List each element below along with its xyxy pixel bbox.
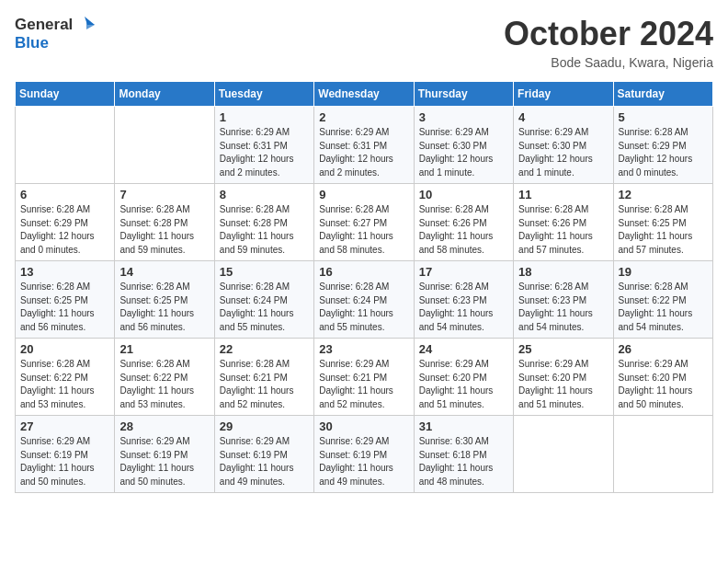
day-info: Sunrise: 6:28 AM Sunset: 6:22 PM Dayligh… [20,358,109,411]
calendar-week-3: 13Sunrise: 6:28 AM Sunset: 6:25 PM Dayli… [16,261,713,339]
calendar-cell: 17Sunrise: 6:28 AM Sunset: 6:23 PM Dayli… [414,261,513,339]
calendar-week-2: 6Sunrise: 6:28 AM Sunset: 6:29 PM Daylig… [16,184,713,261]
day-info: Sunrise: 6:28 AM Sunset: 6:22 PM Dayligh… [119,358,209,411]
calendar-cell: 6Sunrise: 6:28 AM Sunset: 6:29 PM Daylig… [16,184,115,261]
weekday-header-thursday: Thursday [414,82,513,107]
day-info: Sunrise: 6:28 AM Sunset: 6:24 PM Dayligh… [319,281,408,334]
page-header: General Blue October 2024 Bode Saadu, Kw… [15,15,713,70]
day-info: Sunrise: 6:29 AM Sunset: 6:19 PM Dayligh… [319,435,408,488]
day-info: Sunrise: 6:29 AM Sunset: 6:21 PM Dayligh… [319,358,408,411]
calendar-cell: 19Sunrise: 6:28 AM Sunset: 6:22 PM Dayli… [613,261,712,339]
day-info: Sunrise: 6:29 AM Sunset: 6:20 PM Dayligh… [619,358,708,411]
day-info: Sunrise: 6:29 AM Sunset: 6:19 PM Dayligh… [20,435,109,488]
day-number: 6 [20,188,109,201]
calendar-cell: 8Sunrise: 6:28 AM Sunset: 6:28 PM Daylig… [214,184,313,261]
day-number: 15 [220,265,309,279]
day-number: 14 [119,265,209,279]
day-info: Sunrise: 6:28 AM Sunset: 6:29 PM Dayligh… [20,203,109,257]
day-number: 21 [119,342,209,356]
day-number: 19 [619,265,708,279]
day-number: 29 [220,419,309,433]
day-info: Sunrise: 6:29 AM Sunset: 6:31 PM Dayligh… [319,126,408,179]
day-info: Sunrise: 6:28 AM Sunset: 6:24 PM Dayligh… [220,281,309,334]
calendar-cell: 12Sunrise: 6:28 AM Sunset: 6:25 PM Dayli… [613,184,712,261]
calendar-table: SundayMondayTuesdayWednesdayThursdayFrid… [15,81,713,493]
day-info: Sunrise: 6:29 AM Sunset: 6:19 PM Dayligh… [220,435,309,488]
calendar-cell: 3Sunrise: 6:29 AM Sunset: 6:30 PM Daylig… [414,107,513,184]
day-info: Sunrise: 6:28 AM Sunset: 6:23 PM Dayligh… [419,281,508,334]
logo-blue: Blue [15,35,95,52]
calendar-cell: 26Sunrise: 6:29 AM Sunset: 6:20 PM Dayli… [613,339,712,416]
day-info: Sunrise: 6:30 AM Sunset: 6:18 PM Dayligh… [419,435,508,488]
day-number: 24 [419,342,508,356]
calendar-cell: 1Sunrise: 6:29 AM Sunset: 6:31 PM Daylig… [214,107,313,184]
day-number: 18 [518,265,608,279]
day-info: Sunrise: 6:28 AM Sunset: 6:25 PM Dayligh… [20,281,109,334]
title-block: October 2024 Bode Saadu, Kwara, Nigeria [504,15,713,70]
day-info: Sunrise: 6:28 AM Sunset: 6:26 PM Dayligh… [518,203,608,257]
day-number: 20 [20,342,109,356]
calendar-cell: 25Sunrise: 6:29 AM Sunset: 6:20 PM Dayli… [514,339,613,416]
day-number: 2 [319,110,408,124]
calendar-cell: 9Sunrise: 6:28 AM Sunset: 6:27 PM Daylig… [314,184,414,261]
weekday-header-tuesday: Tuesday [214,82,313,107]
calendar-cell: 7Sunrise: 6:28 AM Sunset: 6:28 PM Daylig… [115,184,214,261]
calendar-cell [514,416,613,493]
day-number: 31 [419,419,508,433]
day-number: 10 [419,188,508,201]
day-info: Sunrise: 6:29 AM Sunset: 6:19 PM Dayligh… [119,435,209,488]
calendar-cell [613,416,712,493]
calendar-cell: 11Sunrise: 6:28 AM Sunset: 6:26 PM Dayli… [514,184,613,261]
calendar-cell [16,107,115,184]
day-info: Sunrise: 6:28 AM Sunset: 6:22 PM Dayligh… [619,281,708,334]
day-number: 26 [619,342,708,356]
day-number: 7 [119,188,209,201]
day-info: Sunrise: 6:29 AM Sunset: 6:20 PM Dayligh… [518,358,608,411]
day-info: Sunrise: 6:28 AM Sunset: 6:21 PM Dayligh… [220,358,309,411]
calendar-week-4: 20Sunrise: 6:28 AM Sunset: 6:22 PM Dayli… [16,339,713,416]
day-number: 23 [319,342,408,356]
day-number: 1 [220,110,309,124]
weekday-header-monday: Monday [115,82,214,107]
day-number: 30 [319,419,408,433]
day-number: 25 [518,342,608,356]
weekday-header-row: SundayMondayTuesdayWednesdayThursdayFrid… [16,82,713,107]
day-info: Sunrise: 6:29 AM Sunset: 6:20 PM Dayligh… [419,358,508,411]
day-info: Sunrise: 6:28 AM Sunset: 6:29 PM Dayligh… [619,126,708,179]
day-number: 3 [419,110,508,124]
day-info: Sunrise: 6:28 AM Sunset: 6:26 PM Dayligh… [419,203,508,257]
logo-general: General [15,17,73,34]
logo-container: General Blue [15,15,95,52]
calendar-week-1: 1Sunrise: 6:29 AM Sunset: 6:31 PM Daylig… [16,107,713,184]
calendar-cell: 16Sunrise: 6:28 AM Sunset: 6:24 PM Dayli… [314,261,414,339]
day-number: 17 [419,265,508,279]
day-number: 13 [20,265,109,279]
calendar-cell: 30Sunrise: 6:29 AM Sunset: 6:19 PM Dayli… [314,416,414,493]
calendar-cell: 13Sunrise: 6:28 AM Sunset: 6:25 PM Dayli… [16,261,115,339]
calendar-cell: 21Sunrise: 6:28 AM Sunset: 6:22 PM Dayli… [115,339,214,416]
day-info: Sunrise: 6:28 AM Sunset: 6:27 PM Dayligh… [319,203,408,257]
day-number: 22 [220,342,309,356]
calendar-cell: 14Sunrise: 6:28 AM Sunset: 6:25 PM Dayli… [115,261,214,339]
calendar-cell: 29Sunrise: 6:29 AM Sunset: 6:19 PM Dayli… [214,416,313,493]
calendar-cell: 4Sunrise: 6:29 AM Sunset: 6:30 PM Daylig… [514,107,613,184]
weekday-header-wednesday: Wednesday [314,82,414,107]
day-number: 11 [518,188,608,201]
calendar-cell: 28Sunrise: 6:29 AM Sunset: 6:19 PM Dayli… [115,416,214,493]
day-info: Sunrise: 6:28 AM Sunset: 6:28 PM Dayligh… [119,203,209,257]
day-info: Sunrise: 6:29 AM Sunset: 6:30 PM Dayligh… [419,126,508,179]
month-title: October 2024 [504,15,713,53]
day-number: 28 [119,419,209,433]
calendar-cell: 18Sunrise: 6:28 AM Sunset: 6:23 PM Dayli… [514,261,613,339]
calendar-cell [115,107,214,184]
calendar-cell: 24Sunrise: 6:29 AM Sunset: 6:20 PM Dayli… [414,339,513,416]
calendar-cell: 22Sunrise: 6:28 AM Sunset: 6:21 PM Dayli… [214,339,313,416]
logo-bird-icon [74,15,95,35]
day-number: 27 [20,419,109,433]
calendar-cell: 15Sunrise: 6:28 AM Sunset: 6:24 PM Dayli… [214,261,313,339]
day-info: Sunrise: 6:28 AM Sunset: 6:25 PM Dayligh… [619,203,708,257]
location: Bode Saadu, Kwara, Nigeria [504,55,713,70]
calendar-cell: 2Sunrise: 6:29 AM Sunset: 6:31 PM Daylig… [314,107,414,184]
day-info: Sunrise: 6:28 AM Sunset: 6:28 PM Dayligh… [220,203,309,257]
calendar-cell: 5Sunrise: 6:28 AM Sunset: 6:29 PM Daylig… [613,107,712,184]
